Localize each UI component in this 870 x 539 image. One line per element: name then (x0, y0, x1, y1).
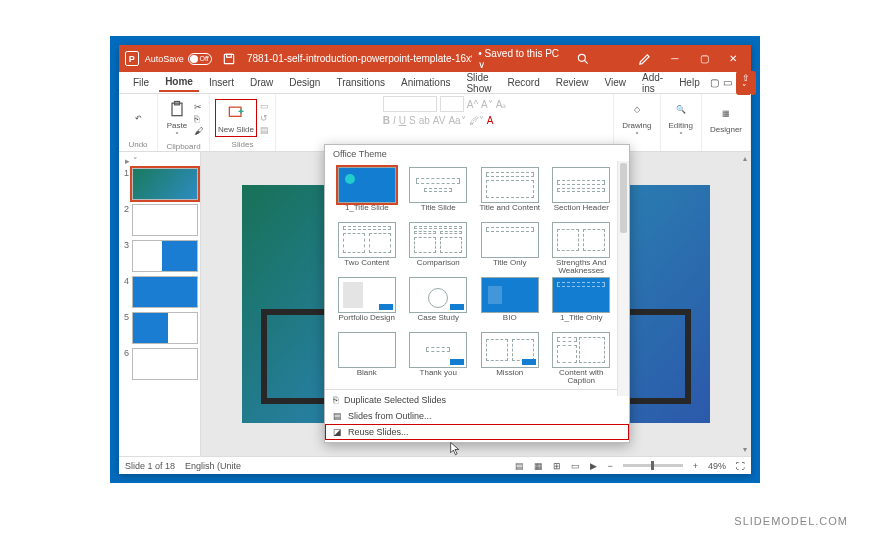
layout-bio[interactable]: BIO (476, 277, 544, 330)
svg-rect-0 (225, 54, 234, 63)
search-icon[interactable] (572, 45, 595, 72)
cut-icon[interactable]: ✂ (194, 102, 203, 112)
toggle-off-icon: Off (188, 53, 212, 65)
reuse-slides[interactable]: ◪Reuse Slides... (325, 424, 629, 440)
canvas-scrollbar[interactable]: ▴ ▾ (739, 154, 750, 454)
view-normal-icon[interactable]: ▦ (534, 461, 543, 471)
thumb-3[interactable]: 3 (121, 240, 198, 272)
ribbon-tabs: File Home Insert Draw Design Transitions… (119, 72, 751, 94)
font-row-2: B I U S ab AV Aa˅🖉˅A (383, 115, 494, 126)
layout-title-slide[interactable]: Title Slide (405, 167, 473, 220)
reuse-icon: ◪ (333, 427, 342, 437)
paste-button[interactable]: Paste˅ (164, 96, 190, 142)
group-clipboard: Clipboard (166, 142, 200, 151)
layout-strengths-and-weaknesses[interactable]: Strengths And Weaknesses (548, 222, 616, 275)
tab-file[interactable]: File (127, 74, 155, 91)
tab-insert[interactable]: Insert (203, 74, 240, 91)
layout-two-content[interactable]: Two Content (333, 222, 401, 275)
svg-point-2 (579, 54, 586, 61)
autosave-label: AutoSave (145, 54, 184, 64)
tab-home[interactable]: Home (159, 73, 199, 92)
tab-record[interactable]: Record (501, 74, 545, 91)
save-icon[interactable] (218, 45, 241, 72)
tab-animations[interactable]: Animations (395, 74, 456, 91)
editing-button[interactable]: 🔍Editing˅ (667, 96, 695, 142)
layout-comparison[interactable]: Comparison (405, 222, 473, 275)
section-icon[interactable]: ▤ (260, 125, 269, 135)
thumb-5[interactable]: 5 (121, 312, 198, 344)
autosave-toggle[interactable]: AutoSave Off (145, 53, 212, 65)
thumb-6[interactable]: 6 (121, 348, 198, 380)
cursor-icon (450, 442, 461, 457)
gallery-header: Office Theme (325, 145, 629, 163)
group-slides: Slides (232, 140, 254, 149)
notes-icon[interactable]: ▤ (515, 461, 524, 471)
format-painter-icon[interactable]: 🖌 (194, 126, 203, 136)
maximize-button[interactable]: ▢ (692, 45, 715, 72)
layout-title-only[interactable]: Title Only (476, 222, 544, 275)
watermark: SLIDEMODEL.COM (734, 515, 848, 527)
thumb-1[interactable]: 1 (121, 168, 198, 200)
share-button[interactable]: ⇧ ˅ (736, 71, 756, 95)
view-reading-icon[interactable]: ▭ (571, 461, 580, 471)
undo-button[interactable]: ↶ (125, 105, 151, 131)
gallery-scrollbar[interactable] (617, 161, 629, 396)
group-undo: Undo (128, 140, 147, 149)
layout-1-title-only[interactable]: 1_Title Only (548, 277, 616, 330)
tab-review[interactable]: Review (550, 74, 595, 91)
layout-mission[interactable]: Mission (476, 332, 544, 385)
svg-line-3 (585, 60, 588, 63)
outline-icon: ▤ (333, 411, 342, 421)
saved-status: • Saved to this PC ∨ (478, 48, 559, 70)
layout-portfolio-design[interactable]: Portfolio Design (333, 277, 401, 330)
tab-slideshow[interactable]: Slide Show (460, 69, 497, 97)
reset-icon[interactable]: ↺ (260, 113, 269, 123)
close-button[interactable]: ✕ (722, 45, 745, 72)
language: English (Unite (185, 461, 241, 471)
outline-chevron-icon[interactable]: ▸ ˅ (121, 156, 198, 168)
view-slideshow-icon[interactable]: ▶ (590, 461, 597, 471)
designer-button[interactable]: ▦Designer (708, 100, 744, 136)
status-bar: Slide 1 of 18 English (Unite ▤ ▦ ⊞ ▭ ▶ −… (119, 456, 751, 474)
duplicate-slides[interactable]: ⎘Duplicate Selected Slides (325, 392, 629, 408)
layout-case-study[interactable]: Case Study (405, 277, 473, 330)
zoom-level: 49% (708, 461, 726, 471)
duplicate-icon: ⎘ (333, 395, 338, 405)
fit-icon[interactable]: ⛶ (736, 461, 745, 471)
comments-icon[interactable]: ▢ (710, 77, 719, 88)
tab-view[interactable]: View (599, 74, 633, 91)
slide-thumbnails: ▸ ˅ 123456 (119, 152, 201, 456)
slides-from-outline[interactable]: ▤Slides from Outline... (325, 408, 629, 424)
gallery-footer: ⎘Duplicate Selected Slides ▤Slides from … (325, 389, 629, 442)
layout-icon[interactable]: ▭ (260, 101, 269, 111)
layout-section-header[interactable]: Section Header (548, 167, 616, 220)
thumb-2[interactable]: 2 (121, 204, 198, 236)
new-slide-button[interactable]: New Slide (216, 100, 256, 136)
layout-1-title-slide[interactable]: 1_Title Slide (333, 167, 401, 220)
slide-count: Slide 1 of 18 (125, 461, 175, 471)
svg-rect-1 (227, 54, 232, 57)
tab-addins[interactable]: Add-ins (636, 69, 669, 97)
layout-thank-you[interactable]: Thank you (405, 332, 473, 385)
tab-design[interactable]: Design (283, 74, 326, 91)
layout-content-with-caption[interactable]: Content with Caption (548, 332, 616, 385)
tab-draw[interactable]: Draw (244, 74, 279, 91)
layout-blank[interactable]: Blank (333, 332, 401, 385)
file-name: 7881-01-self-introduction-powerpoint-tem… (247, 53, 472, 64)
zoom-in-icon[interactable]: + (693, 461, 698, 471)
zoom-out-icon[interactable]: − (607, 461, 612, 471)
drawing-button[interactable]: ◇Drawing˅ (620, 96, 653, 142)
thumb-4[interactable]: 4 (121, 276, 198, 308)
tab-help[interactable]: Help (673, 74, 706, 91)
view-sorter-icon[interactable]: ⊞ (553, 461, 561, 471)
tab-transitions[interactable]: Transitions (330, 74, 391, 91)
new-slide-gallery: Office Theme 1_Title SlideTitle SlideTit… (324, 144, 630, 443)
copy-icon[interactable]: ⎘ (194, 114, 203, 124)
camera-icon[interactable]: ▭ (723, 77, 732, 88)
zoom-slider[interactable] (623, 464, 683, 467)
app-icon: P (125, 51, 139, 66)
font-row-1: A^A˅Aₐ (383, 96, 507, 112)
layout-title-and-content[interactable]: Title and Content (476, 167, 544, 220)
